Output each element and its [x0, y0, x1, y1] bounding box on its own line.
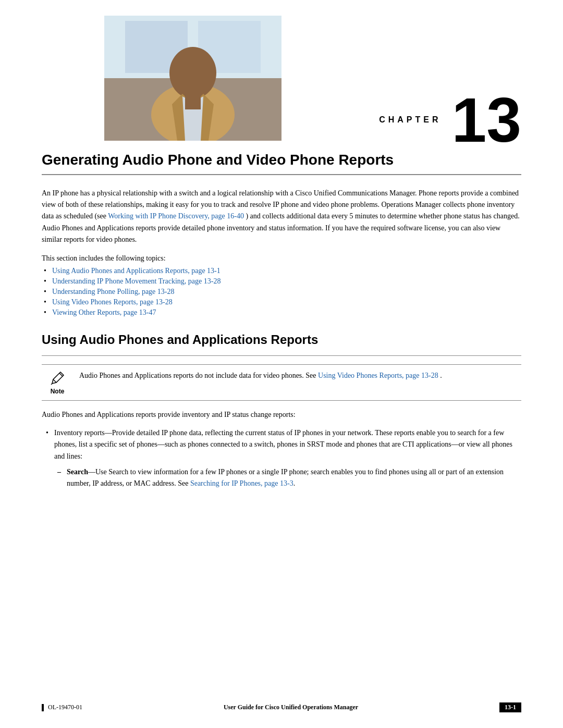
- sub-bullet-link[interactable]: Searching for IP Phones, page 13-3: [190, 479, 293, 487]
- intro-link[interactable]: Working with IP Phone Discovery, page 16…: [108, 212, 244, 220]
- topics-intro: This section includes the following topi…: [42, 254, 521, 263]
- sub-bullet-label: Search: [67, 468, 88, 476]
- list-item: Using Audio Phones and Applications Repo…: [52, 267, 521, 275]
- chapter-number-area: CHAPTER 13: [379, 89, 521, 151]
- bullet-text-1: Inventory reports—Provide detailed IP ph…: [54, 429, 512, 460]
- chapter-photo: [104, 16, 282, 141]
- sub-bullet-list: Search—Use Search to view information fo…: [67, 466, 521, 490]
- bullet-list: Inventory reports—Provide detailed IP ph…: [54, 427, 521, 490]
- footer-page-number: 13-1: [499, 702, 521, 712]
- topic-link-5[interactable]: Viewing Other Reports, page 13-47: [52, 309, 156, 316]
- topics-list: Using Audio Phones and Applications Repo…: [52, 267, 521, 317]
- list-item: Using Video Phones Reports, page 13-28: [52, 298, 521, 306]
- chapter-title: Generating Audio Phone and Video Phone R…: [42, 151, 521, 169]
- note-link[interactable]: Using Video Phones Reports, page 13-28: [318, 372, 438, 379]
- intro-paragraph: An IP phone has a physical relationship …: [42, 188, 521, 246]
- photo-svg: [104, 16, 282, 141]
- sub-bullet-end: .: [293, 479, 296, 487]
- svg-line-8: [51, 384, 52, 385]
- list-item: Inventory reports—Provide detailed IP ph…: [54, 427, 521, 490]
- topic-link-4[interactable]: Using Video Phones Reports, page 13-28: [52, 298, 173, 306]
- footer-bar: [42, 704, 44, 711]
- topic-link-3[interactable]: Understanding Phone Polling, page 13-28: [52, 288, 174, 295]
- list-item: Search—Use Search to view information fo…: [67, 466, 521, 490]
- note-content: Audio Phones and Applications reports do…: [79, 370, 521, 381]
- list-item: Understanding Phone Polling, page 13-28: [52, 288, 521, 296]
- chapter-label: CHAPTER: [379, 115, 441, 125]
- note-text-before: Audio Phones and Applications reports do…: [79, 372, 316, 379]
- list-item: Viewing Other Reports, page 13-47: [52, 309, 521, 317]
- note-text-after: .: [440, 372, 442, 379]
- svg-rect-7: [185, 96, 201, 109]
- page: CHAPTER 13 Generating Audio Phone and Vi…: [0, 0, 563, 728]
- note-icon-area: Note: [42, 370, 73, 395]
- note-box: Note Audio Phones and Applications repor…: [42, 364, 521, 401]
- footer-guide-title: User Guide for Cisco Unified Operations …: [224, 704, 358, 711]
- topic-link-2[interactable]: Understanding IP Phone Movement Tracking…: [52, 277, 221, 285]
- chapter-number: 13: [452, 89, 521, 151]
- note-label: Note: [51, 388, 65, 395]
- footer: OL-19470-01 User Guide for Cisco Unified…: [0, 702, 563, 712]
- section1-heading: Using Audio Phones and Applications Repo…: [42, 332, 521, 348]
- list-item: Understanding IP Phone Movement Tracking…: [52, 277, 521, 286]
- main-content: Generating Audio Phone and Video Phone R…: [0, 151, 563, 490]
- title-divider: [42, 174, 521, 175]
- topic-link-1[interactable]: Using Audio Phones and Applications Repo…: [52, 267, 221, 275]
- footer-left: OL-19470-01: [42, 704, 82, 711]
- footer-center: User Guide for Cisco Unified Operations …: [224, 704, 358, 711]
- note-icon: [49, 370, 66, 387]
- section1-body: Audio Phones and Applications reports pr…: [42, 409, 521, 421]
- section1-divider: [42, 355, 521, 356]
- footer-doc-id: OL-19470-01: [48, 704, 82, 711]
- svg-point-6: [169, 47, 216, 99]
